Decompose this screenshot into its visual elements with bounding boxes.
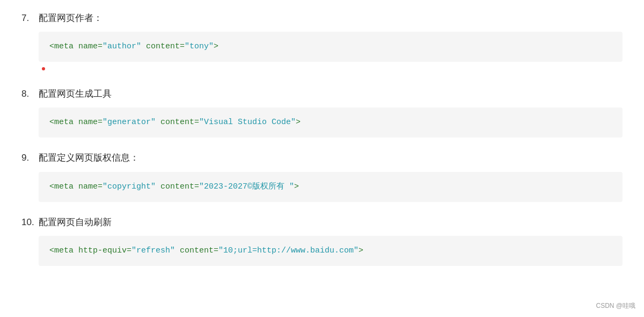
section-7-title: 7. 配置网页作者：	[21, 11, 623, 25]
section-10-number: 10.	[21, 215, 39, 229]
code-middle-7: content=	[141, 42, 185, 51]
code-suffix-8: >	[296, 118, 301, 127]
section-7: 7. 配置网页作者： <meta name="author" content="…	[21, 11, 623, 74]
code-suffix-9: >	[294, 182, 299, 191]
code-attr2-7: "tony"	[185, 42, 214, 51]
code-middle-10: content=	[175, 246, 218, 255]
section-8: 8. 配置网页生成工具 <meta name="generator" conte…	[21, 87, 623, 138]
section-9-code: <meta name="copyright" content="2023-202…	[39, 172, 623, 202]
section-9-title: 9. 配置定义网页版权信息：	[21, 150, 623, 165]
code-attr1-9: "copyright"	[103, 182, 156, 191]
section-8-number: 8.	[21, 87, 39, 101]
section-9: 9. 配置定义网页版权信息： <meta name="copyright" co…	[21, 150, 623, 201]
code-suffix-7: >	[214, 42, 218, 51]
code-prefix-8: <meta name=	[49, 118, 103, 127]
code-middle-8: content=	[156, 118, 199, 127]
section-8-title: 8. 配置网页生成工具	[21, 87, 623, 101]
section-8-code: <meta name="generator" content="Visual S…	[39, 107, 623, 138]
section-10-label: 配置网页自动刷新	[39, 215, 112, 229]
section-7-label: 配置网页作者：	[39, 11, 103, 25]
section-8-label: 配置网页生成工具	[39, 87, 112, 101]
section-9-number: 9.	[21, 150, 39, 165]
code-prefix-9: <meta name=	[49, 182, 103, 191]
code-middle-9: content=	[156, 182, 199, 191]
section-10-code: <meta http-equiv="refresh" content="10;u…	[39, 236, 623, 266]
section-10-title: 10. 配置网页自动刷新	[21, 215, 623, 229]
code-prefix-10: <meta http-equiv=	[49, 246, 131, 255]
code-suffix-10: >	[358, 246, 363, 255]
section-7-number: 7.	[21, 11, 39, 25]
section-9-label: 配置定义网页版权信息：	[39, 150, 139, 165]
code-attr1-8: "generator"	[103, 118, 156, 127]
code-attr1-7: "author"	[103, 42, 141, 51]
section-10: 10. 配置网页自动刷新 <meta http-equiv="refresh" …	[21, 215, 623, 266]
code-attr2-10: "10;url=http://www.baidu.com"	[218, 246, 358, 255]
code-attr2-8: "Visual Studio Code"	[199, 118, 296, 127]
section-7-code: <meta name="author" content="tony">	[39, 32, 623, 62]
code-prefix-7: <meta name=	[49, 42, 103, 51]
code-attr2-9: "2023-2027©版权所有 "	[199, 182, 294, 191]
code-attr1-10: "refresh"	[131, 246, 175, 255]
red-dot-7	[42, 67, 45, 70]
